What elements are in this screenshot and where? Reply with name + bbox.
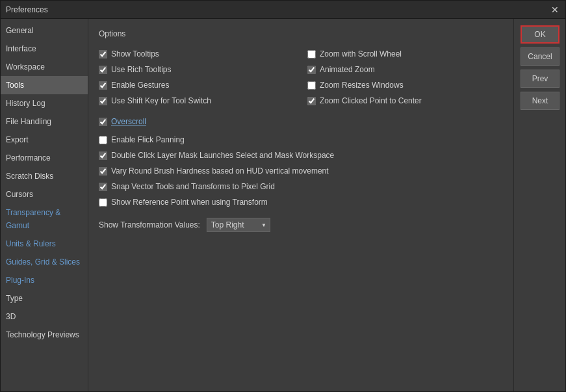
sidebar-item-cursors[interactable]: Cursors [1, 185, 88, 203]
sidebar: GeneralInterfaceWorkspaceToolsHistory Lo… [1, 19, 88, 391]
use-shift-key-label[interactable]: Use Shift Key for Tool Switch [111, 94, 211, 107]
title-bar: Preferences ✕ [1, 1, 565, 19]
enable-gestures-row: Enable Gestures [99, 77, 294, 93]
flick-panning-checkbox[interactable] [99, 136, 107, 144]
use-shift-key-checkbox[interactable] [99, 97, 107, 105]
double-click-layer-checkbox[interactable] [99, 151, 107, 160]
animated-zoom-label[interactable]: Animated Zoom [320, 63, 375, 76]
cancel-button[interactable]: Cancel [521, 47, 560, 66]
ok-button[interactable]: OK [521, 25, 560, 44]
main-content: Options Show TooltipsUse Rich TooltipsEn… [88, 19, 513, 391]
flick-panning-label[interactable]: Enable Flick Panning [111, 133, 185, 146]
vary-round-brush-row: Vary Round Brush Hardness based on HUD v… [99, 163, 503, 179]
zoom-clicked-label[interactable]: Zoom Clicked Point to Center [320, 94, 422, 107]
sidebar-item-type[interactable]: Type [1, 289, 88, 307]
snap-vector-row: Snap Vector Tools and Transforms to Pixe… [99, 179, 503, 194]
zoom-resizes-label[interactable]: Zoom Resizes Windows [320, 79, 404, 92]
show-reference-row: Show Reference Point when using Transfor… [99, 194, 503, 210]
checkboxes-right: Zoom with Scroll WheelAnimated ZoomZoom … [307, 46, 503, 109]
transformation-select[interactable]: Top RightBottom RightTop LeftBottom Left… [207, 218, 270, 232]
flick-panning-row: Enable Flick Panning [99, 132, 503, 148]
zoom-clicked-row: Zoom Clicked Point to Center [307, 93, 503, 109]
sidebar-item-transparency-gamut[interactable]: Transparency & Gamut [1, 203, 88, 235]
snap-vector-checkbox[interactable] [99, 183, 107, 191]
close-button[interactable]: ✕ [550, 5, 560, 15]
sidebar-item-units-rulers[interactable]: Units & Rulers [1, 235, 88, 253]
checkboxes-left: Show TooltipsUse Rich TooltipsEnable Ges… [99, 46, 294, 109]
options-grid: Show TooltipsUse Rich TooltipsEnable Ges… [99, 46, 503, 109]
zoom-scroll-label[interactable]: Zoom with Scroll Wheel [320, 47, 402, 60]
overscroll-row: Overscroll [99, 114, 503, 129]
animated-zoom-row: Animated Zoom [307, 62, 503, 77]
enable-gestures-checkbox[interactable] [99, 81, 107, 90]
sidebar-item-general[interactable]: General [1, 21, 88, 40]
show-tooltips-label[interactable]: Show Tooltips [111, 47, 159, 60]
sidebar-item-file-handling[interactable]: File Handling [1, 112, 88, 131]
use-shift-key-row: Use Shift Key for Tool Switch [99, 93, 294, 109]
transformation-row: Show Transformation Values: Top RightBot… [99, 218, 503, 232]
buttons-panel: OK Cancel Prev Next [513, 19, 565, 391]
sidebar-item-tools[interactable]: Tools [1, 76, 88, 94]
zoom-clicked-checkbox[interactable] [307, 97, 316, 105]
show-tooltips-row: Show Tooltips [99, 46, 294, 62]
overscroll-label[interactable]: Overscroll [111, 115, 146, 128]
zoom-resizes-row: Zoom Resizes Windows [307, 77, 503, 93]
overscroll-checkbox[interactable] [99, 118, 107, 126]
full-width-checkboxes: Enable Flick PanningDouble Click Layer M… [99, 132, 503, 210]
show-reference-checkbox[interactable] [99, 198, 107, 207]
sidebar-item-workspace[interactable]: Workspace [1, 58, 88, 76]
transformation-label: Show Transformation Values: [99, 220, 200, 229]
use-rich-tooltips-row: Use Rich Tooltips [99, 62, 294, 77]
use-rich-tooltips-label[interactable]: Use Rich Tooltips [111, 63, 171, 76]
sidebar-item-plug-ins[interactable]: Plug-Ins [1, 271, 88, 289]
animated-zoom-checkbox[interactable] [307, 66, 316, 74]
snap-vector-label[interactable]: Snap Vector Tools and Transforms to Pixe… [111, 180, 275, 193]
prev-button[interactable]: Prev [521, 70, 560, 88]
vary-round-brush-label[interactable]: Vary Round Brush Hardness based on HUD v… [111, 164, 329, 177]
sidebar-item-history-log[interactable]: History Log [1, 94, 88, 112]
options-heading: Options [99, 29, 503, 38]
zoom-scroll-row: Zoom with Scroll Wheel [307, 46, 503, 62]
sidebar-item-interface[interactable]: Interface [1, 40, 88, 58]
sidebar-item-3d[interactable]: 3D [1, 307, 88, 326]
preferences-dialog: Preferences ✕ GeneralInterfaceWorkspaceT… [0, 0, 566, 392]
dialog-body: GeneralInterfaceWorkspaceToolsHistory Lo… [1, 19, 565, 391]
transformation-select-wrapper: Top RightBottom RightTop LeftBottom Left… [207, 218, 270, 232]
zoom-scroll-checkbox[interactable] [307, 50, 316, 59]
sidebar-item-guides-grid-slices[interactable]: Guides, Grid & Slices [1, 253, 88, 271]
next-button[interactable]: Next [521, 92, 560, 110]
sidebar-item-scratch-disks[interactable]: Scratch Disks [1, 167, 88, 185]
double-click-layer-label[interactable]: Double Click Layer Mask Launches Select … [111, 149, 334, 162]
vary-round-brush-checkbox[interactable] [99, 167, 107, 176]
show-tooltips-checkbox[interactable] [99, 50, 107, 59]
show-reference-label[interactable]: Show Reference Point when using Transfor… [111, 196, 268, 209]
sidebar-item-export[interactable]: Export [1, 131, 88, 149]
sidebar-item-performance[interactable]: Performance [1, 149, 88, 167]
use-rich-tooltips-checkbox[interactable] [99, 66, 107, 74]
enable-gestures-label[interactable]: Enable Gestures [111, 79, 169, 92]
zoom-resizes-checkbox[interactable] [307, 81, 316, 90]
double-click-layer-row: Double Click Layer Mask Launches Select … [99, 148, 503, 163]
dialog-title: Preferences [6, 5, 48, 14]
sidebar-item-technology-previews[interactable]: Technology Previews [1, 326, 88, 344]
